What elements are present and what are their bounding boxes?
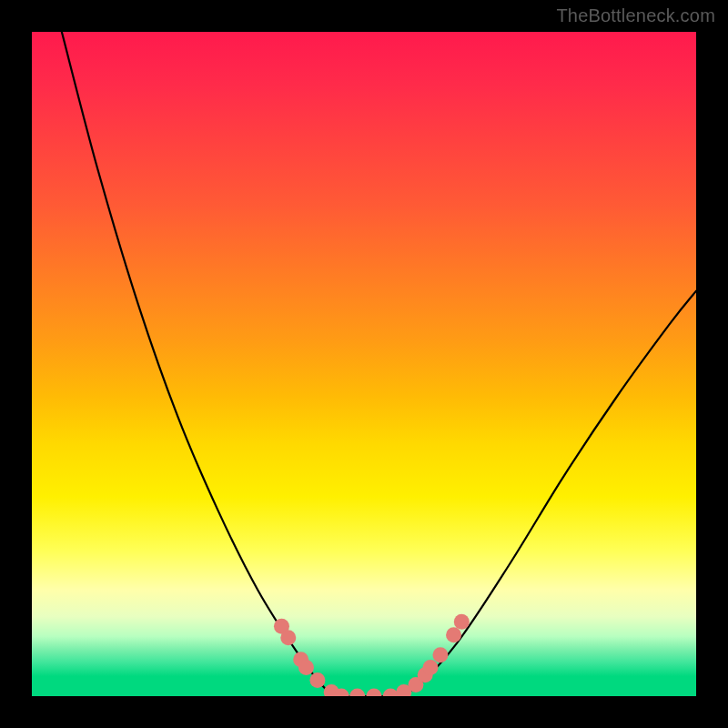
curve-marker [349, 689, 365, 697]
curve-marker [280, 630, 296, 645]
curve-marker [446, 627, 461, 642]
curve-group [62, 32, 696, 696]
marker-group [274, 614, 470, 696]
curve-marker [366, 689, 381, 697]
curve-layer [32, 32, 696, 696]
chart-stage: TheBottleneck.com [0, 0, 728, 728]
curve-marker [383, 689, 399, 697]
curve-marker [454, 614, 470, 630]
watermark-text: TheBottleneck.com [556, 5, 715, 26]
plot-area [32, 32, 696, 696]
curve-marker [309, 672, 325, 688]
curve-marker [298, 660, 314, 675]
curve-marker [423, 660, 439, 675]
curve-marker [432, 647, 448, 662]
bottleneck-curve [62, 32, 696, 696]
